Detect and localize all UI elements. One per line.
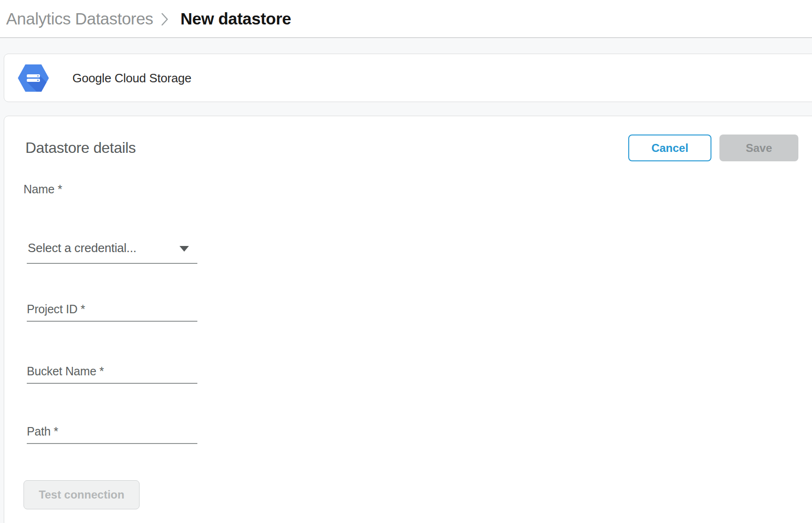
panel-title: Datastore details — [25, 139, 136, 157]
bucket-name-input-placeholder: Bucket Name * — [23, 365, 197, 378]
path-input-placeholder: Path * — [23, 425, 197, 438]
page-header: Analytics Datastores New datastore — [0, 0, 812, 38]
name-field-label: Name * — [23, 182, 197, 196]
credential-select-value: Select a credential... — [23, 241, 197, 255]
breadcrumb: Analytics Datastores New datastore — [0, 9, 291, 28]
project-id-input-placeholder: Project ID * — [23, 302, 197, 316]
google-cloud-storage-icon — [18, 64, 49, 92]
connector-type-card: Google Cloud Storage — [4, 54, 812, 102]
cancel-button[interactable]: Cancel — [628, 135, 711, 161]
chevron-right-icon — [161, 12, 169, 26]
breadcrumb-parent-link[interactable]: Analytics Datastores — [6, 9, 153, 28]
chevron-down-icon — [180, 246, 189, 252]
path-input-underline — [27, 443, 197, 444]
path-input[interactable]: Path * — [23, 425, 197, 438]
page-title: New datastore — [180, 9, 291, 28]
datastore-details-panel: Datastore details Cancel Save Name * Sel… — [4, 116, 812, 523]
connector-title: Google Cloud Storage — [72, 71, 191, 85]
save-button[interactable]: Save — [719, 135, 798, 161]
project-id-input[interactable]: Project ID * — [23, 302, 197, 316]
credential-select-underline — [27, 263, 197, 264]
name-field: Name * — [23, 182, 197, 196]
project-id-input-underline — [27, 321, 197, 322]
bucket-name-input-underline — [27, 383, 197, 384]
test-connection-button[interactable]: Test connection — [23, 480, 140, 509]
credential-select[interactable]: Select a credential... — [23, 241, 197, 255]
bucket-name-input[interactable]: Bucket Name * — [23, 365, 197, 378]
